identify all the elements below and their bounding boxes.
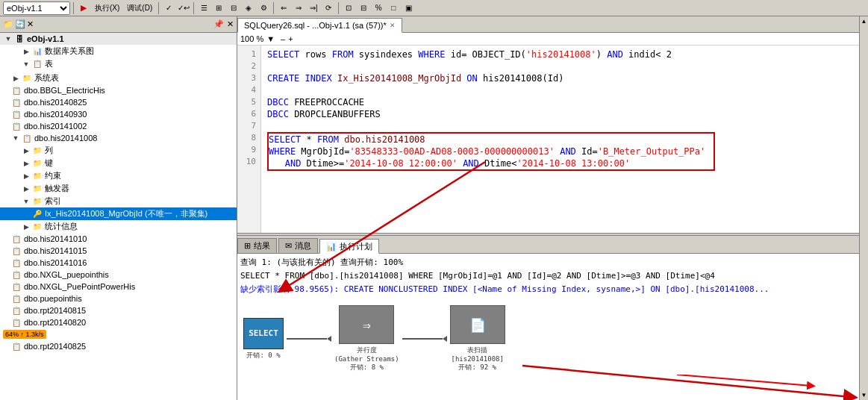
toolbar-btn-2[interactable]: ⊞ [212,1,225,15]
toolbar-btn-9[interactable]: ⟳ [322,1,335,15]
plan-arrow-2 [402,336,447,342]
toolbar-btn-4[interactable]: ◈ [242,1,255,15]
code-line-1: SELECT rows FROM sysindexes WHERE id= OB… [267,49,853,60]
sidebar-item-triggers[interactable]: ▶ 📁 触发器 [0,182,237,195]
sidebar-icon-3[interactable]: ✕ [27,19,34,29]
zoom-dropdown-icon[interactable]: ▼ [266,34,275,43]
his1015-label: dbo.his20141015 [24,246,87,255]
toolbar-btn-12[interactable]: % [372,1,385,15]
his1002-label: dbo.his20141002 [24,122,87,131]
bottom-content: 查询 1: (与该批有关的) 查询开销: 100% SELECT * FROM … [237,254,859,400]
main-layout: 📁 🔄 ✕ 📌 ✕ ▼ 🗄 eObj-v1.1 ▶ 📊 数据库关系图 ▼ 📋 表 [0,16,868,400]
toolbar-btn-11[interactable]: ⊟ [357,1,370,15]
sidebar-item-keys[interactable]: ▶ 📁 键 [0,157,237,169]
red-arrow-area [677,375,826,390]
execute-label-btn[interactable]: 执行(X) [92,1,122,15]
sidebar-item-stats[interactable]: ▶ 📁 统计信息 [0,220,237,233]
his1008-label: dbo.his20141008 [34,134,97,143]
scroll-down-btn[interactable]: ▼ [860,390,868,400]
idx-folder-icon: 📁 [31,196,43,207]
bottom-panel: ⊞ 结果 ✉ 消息 📊 执行计划 查询 1: (与该批有关的) 查询开销: 10… [237,236,859,400]
zoom-minus[interactable]: – [281,34,285,43]
messages-tab[interactable]: ✉ 消息 [278,238,318,253]
selected-query-block: SELECT * FROM dbo.his20141008 WHERE MgrO… [267,132,715,171]
plan-node-scan[interactable]: 📄 表扫描[his20141008] 开销: 92 % [450,305,505,372]
sidebar-icon-1[interactable]: 📁 [3,19,13,29]
sidebar-item-bbgl[interactable]: 📋 dbo.BBGL_ElectricHis [0,84,237,96]
key-expand: ▶ [21,158,31,169]
his1008-expand: ▼ [10,133,21,143]
const-label: 约束 [45,170,61,181]
zoom-plus[interactable]: + [288,34,293,43]
parse-btn[interactable]: ✓↩ [177,1,190,15]
plan-node-select[interactable]: SELECT 开销: 0 % [243,318,284,360]
check-btn[interactable]: ✓ [162,1,175,15]
right-scrollbar[interactable]: ▲ ▼ [859,16,868,400]
close-sidebar-icon[interactable]: ✕ [227,19,234,29]
toolbar-btn-8[interactable]: ⇒| [307,1,320,15]
speed-badge: 64% ↑ 1.3k/s [3,330,46,339]
execplan-tab[interactable]: 📊 执行计划 [319,239,379,254]
zoom-control: 100 % ▼ – + [237,33,859,46]
sql-editor[interactable]: 100 % ▼ – + 1 2 3 4 5 6 7 8 9 10 [237,33,859,233]
sidebar-icon-2[interactable]: 🔄 [15,19,25,29]
sidebar-item-index-mgrobjid[interactable]: 🔑 Ix_His20141008_MgrObjId (不唯一，非聚集) [0,207,237,220]
sidebar-item-puepoint[interactable]: 📋 dbo.puepointhis [0,293,237,304]
toolbar-btn-10[interactable]: ⊡ [342,1,355,15]
toolbar-btn-6[interactable]: ⇐ [277,1,290,15]
execplan-tab-icon: 📊 [326,242,337,251]
toolbar-btn-7[interactable]: ⇒ [292,1,305,15]
his930-label: dbo.his20140930 [24,110,87,119]
toolbar-btn-1[interactable]: ☰ [197,1,210,15]
results-tab[interactable]: ⊞ 结果 [237,238,277,253]
scan-cost: 开销: 92 % [458,363,496,372]
line-num-5: 5 [237,96,260,108]
toolbar-btn-3[interactable]: ⊟ [227,1,240,15]
trig-folder-icon: 📁 [31,184,43,194]
sidebar-item-nxgl-pue[interactable]: 📋 dbo.NXGL_puepointhis [0,269,237,281]
sidebar-item-rpt20140815[interactable]: 📋 dbo.rpt20140815 [0,304,237,316]
sidebar-title-db[interactable]: ▼ 🗄 eObj-v1.1 [0,33,237,45]
tab-close-btn[interactable]: ✕ [390,22,396,29]
sidebar-item-columns[interactable]: ▶ 📁 列 [0,144,237,157]
query-info: 查询 1: (与该批有关的) 查询开销: 100% [240,257,856,268]
table-icon-5: 📋 [21,133,33,143]
execute-btn[interactable]: ▶ [77,1,90,15]
sidebar-item-his20141008[interactable]: ▼ 📋 dbo.his20141008 [0,132,237,144]
plan-node-gather[interactable]: ⇒ 并行度(Gather Streams) 开销: 8 % [334,305,399,372]
scan-label: 表扫描[his20141008] [451,346,503,363]
code-line-3: CREATE INDEX Ix_His20141008_MgrObjId ON … [267,72,853,84]
debug-btn[interactable]: 调试(D) [124,1,155,15]
scroll-up-btn[interactable]: ▲ [860,16,868,26]
toolbar-btn-13[interactable]: □ [387,1,400,15]
sidebar-diagram[interactable]: ▶ 📊 数据库关系图 [0,45,237,57]
sidebar-item-indexes[interactable]: ▼ 📁 索引 [0,195,237,207]
sidebar-item-rpt20140820[interactable]: 📋 dbo.rpt20140820 [0,316,237,328]
sidebar-item-rpt20140825[interactable]: 📋 dbo.rpt20140825 [0,340,237,352]
sidebar-item-his20141002[interactable]: 📋 dbo.his20141002 [0,120,237,132]
nxgl-pue-label: dbo.NXGL_puepointhis [24,270,109,279]
database-dropdown[interactable]: eObj-v1.1 [3,1,70,15]
sidebar-item-his20140930[interactable]: 📋 dbo.his20140930 [0,108,237,120]
separator-3 [193,2,194,14]
table-icon-1: 📋 [10,85,22,96]
table-icon-7: 📋 [10,246,22,256]
sidebar-item-system-table[interactable]: ▶ 📁 系统表 [0,72,237,84]
sidebar-item-constraints[interactable]: ▶ 📁 约束 [0,169,237,182]
separator-4 [273,2,274,14]
sidebar-item-his20141010[interactable]: 📋 dbo.his20141010 [0,233,237,245]
sql-tab[interactable]: SQLQuery26.sql - ...Obj-v1.1 (sa (57))* … [237,18,402,33]
code-line-7 [267,120,853,132]
pin-icon[interactable]: 📌 [213,19,224,29]
sidebar-item-his20141016[interactable]: 📋 dbo.his20141016 [0,257,237,269]
sidebar-item-nxgl-power[interactable]: 📋 dbo.NXGL_PuePointPowerHis [0,281,237,293]
sidebar-table-root[interactable]: ▼ 📋 表 [0,57,237,70]
results-tab-icon: ⊞ [244,241,251,251]
main-toolbar: eObj-v1.1 ▶ 执行(X) 调试(D) ✓ ✓↩ ☰ ⊞ ⊟ ◈ ⚙ ⇐… [0,0,868,16]
sidebar-toolbar: 📁 🔄 ✕ 📌 ✕ [0,16,237,33]
sidebar-item-his20140825[interactable]: 📋 dbo.his20140825 [0,96,237,108]
toolbar-btn-14[interactable]: ▣ [402,1,415,15]
sidebar-item-his20141015[interactable]: 📋 dbo.his20141015 [0,245,237,257]
code-content[interactable]: SELECT rows FROM sysindexes WHERE id= OB… [261,46,859,233]
toolbar-btn-5[interactable]: ⚙ [257,1,270,15]
